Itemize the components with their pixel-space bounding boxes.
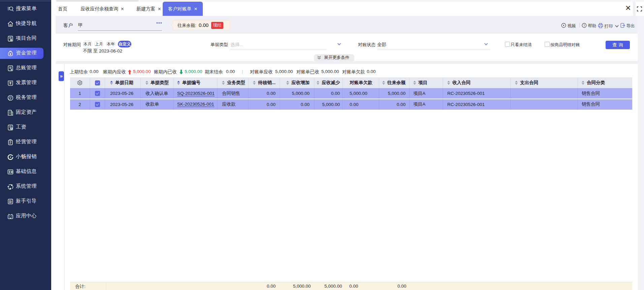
svg-text:?: ? (583, 24, 585, 27)
svg-text:新: 新 (9, 200, 12, 204)
